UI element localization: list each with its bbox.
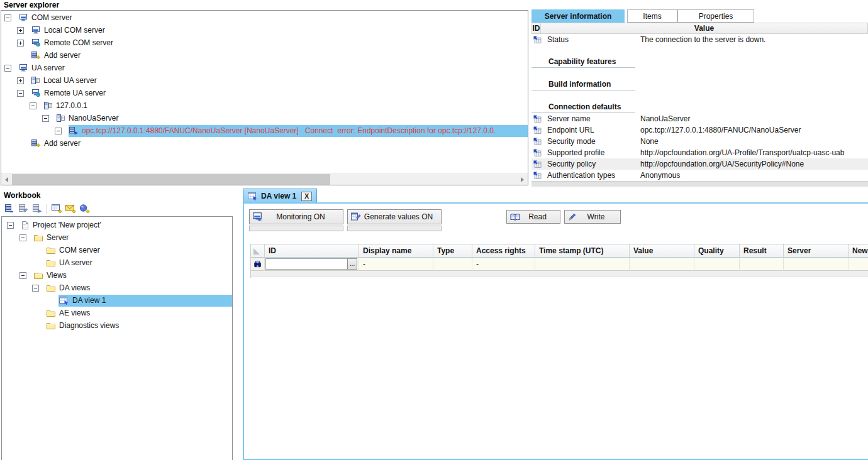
tree-item-com-server-folder[interactable]: COM server: [2, 244, 232, 256]
collapse-icon[interactable]: [19, 272, 26, 279]
read-button[interactable]: Read: [506, 210, 560, 224]
section-connection-defaults: Connection defaults: [531, 102, 868, 113]
tree-item-remote-ua-server[interactable]: Remote UA server: [1, 87, 528, 99]
tree-item-host-127-0-0-1[interactable]: 127.0.0.1: [1, 99, 528, 112]
tab-items[interactable]: Items: [627, 9, 677, 23]
tree-item-remote-com-server[interactable]: Remote COM server: [1, 36, 528, 49]
info-row-server-name[interactable]: Server name NanoUaServer: [531, 113, 868, 124]
tree-item-endpoint-selected[interactable]: opc.tcp://127.0.0.1:4880/FANUC/NanoUaSer…: [1, 124, 528, 137]
collapse-icon[interactable]: [30, 102, 36, 109]
tab-da-view-1[interactable]: DA view 1 X: [243, 189, 317, 203]
row-header-cell[interactable]: [251, 258, 265, 271]
scroll-left-icon[interactable]: [1, 174, 12, 185]
tree-item-add-com-server[interactable]: Add server: [1, 49, 528, 62]
workbook-tree: Project 'New project' Server COM server …: [1, 216, 233, 460]
expand-icon[interactable]: [17, 77, 24, 84]
value-cell[interactable]: [630, 258, 694, 271]
tree-item-local-ua-server[interactable]: Local UA server: [1, 74, 528, 87]
access-rights-cell[interactable]: -: [472, 258, 535, 271]
remove-server-icon[interactable]: [3, 202, 16, 215]
info-row-endpoint-url[interactable]: Endpoint URL opc.tcp://127.0.0.1:4880/FA…: [531, 124, 868, 136]
tree-item-da-views-folder[interactable]: DA views: [2, 282, 232, 294]
tree-item-nanouaserver[interactable]: NanoUaServer: [1, 112, 528, 124]
column-header-new-value[interactable]: New: [849, 244, 868, 258]
column-header-value[interactable]: Value: [541, 23, 868, 34]
monitoring-icon: [253, 212, 264, 221]
info-row-status[interactable]: Status The connection to the server is d…: [531, 34, 868, 45]
tree-item-ua-server[interactable]: UA server: [1, 62, 528, 74]
server-tower-icon: [57, 114, 65, 122]
result-cell[interactable]: [740, 258, 784, 271]
table-arrow-icon: [533, 172, 542, 179]
generate-values-icon: [351, 212, 361, 221]
column-header-quality[interactable]: Quality: [694, 244, 740, 258]
scrollbar-track[interactable]: [12, 174, 517, 185]
tab-server-information[interactable]: Server information: [531, 9, 625, 23]
add-da-view-icon[interactable]: [50, 202, 64, 215]
display-name-cell[interactable]: -: [359, 258, 433, 271]
add-ae-view-icon[interactable]: [64, 202, 77, 215]
info-row-security-policy[interactable]: Security policy http://opcfoundation.org…: [531, 158, 868, 170]
generate-values-toggle-button[interactable]: Generate values ON: [347, 209, 442, 224]
info-row-authentication-types[interactable]: Authentication types Anonymous: [531, 170, 868, 181]
expand-icon[interactable]: [17, 27, 24, 34]
quality-cell[interactable]: [694, 258, 740, 271]
collapse-icon[interactable]: [19, 234, 26, 241]
tree-item-da-view-1[interactable]: DA view 1: [2, 294, 232, 307]
new-value-cell[interactable]: [849, 258, 868, 271]
column-header-result[interactable]: Result: [740, 244, 784, 258]
column-header-display-name[interactable]: Display name: [359, 244, 433, 258]
spacer-row: [531, 68, 868, 79]
column-header-id[interactable]: ID: [265, 244, 359, 258]
server-explorer-title: Server explorer: [4, 1, 59, 9]
grid-corner-cell[interactable]: [251, 244, 265, 258]
write-button[interactable]: Write: [564, 210, 621, 224]
tree-item-ae-views-folder[interactable]: AE views: [2, 307, 232, 319]
browse-items-button[interactable]: ...: [347, 258, 357, 270]
tree-item-local-com-server[interactable]: Local COM server: [1, 24, 528, 36]
tree-item-ua-server-folder[interactable]: UA server: [2, 256, 232, 269]
tree-item-com-server[interactable]: COM server: [1, 11, 528, 24]
column-header-id[interactable]: ID: [531, 23, 541, 34]
edit-server-icon[interactable]: [16, 202, 30, 215]
collapse-icon[interactable]: [4, 14, 11, 21]
column-header-server[interactable]: Server: [784, 244, 849, 258]
server-cell[interactable]: [784, 258, 849, 271]
item-id-cell[interactable]: ...: [265, 258, 359, 271]
tree-item-project[interactable]: Project 'New project': [2, 219, 232, 231]
column-header-value[interactable]: Value: [630, 244, 694, 258]
expand-icon[interactable]: [17, 40, 24, 47]
collapse-icon[interactable]: [42, 115, 49, 122]
generate-progress-strip: [347, 226, 442, 231]
info-row-supported-profile[interactable]: Supported profile http://opcfoundation.o…: [531, 147, 868, 158]
tree-item-add-ua-server[interactable]: Add server: [1, 137, 528, 150]
collapse-icon[interactable]: [17, 90, 24, 97]
scroll-right-icon[interactable]: [517, 174, 528, 185]
add-diagnostics-view-icon[interactable]: [77, 202, 91, 215]
tree-item-diagnostics-views-folder[interactable]: Diagnostics views: [2, 319, 232, 332]
tab-properties[interactable]: Properties: [677, 9, 754, 23]
column-header-access-rights[interactable]: Access rights: [472, 244, 535, 258]
connect-server-icon[interactable]: [30, 202, 44, 215]
item-id-input[interactable]: [265, 258, 350, 270]
collapse-icon[interactable]: [55, 128, 62, 134]
folder-icon: [47, 285, 55, 292]
da-view-panel: Monitoring ON Generate values ON Read Wr…: [243, 202, 868, 460]
server-explorer-hscrollbar[interactable]: [1, 173, 528, 185]
monitoring-toggle-button[interactable]: Monitoring ON: [249, 209, 343, 224]
folder-icon: [47, 322, 55, 329]
type-cell[interactable]: [433, 258, 472, 271]
column-header-type[interactable]: Type: [433, 244, 472, 258]
collapse-icon[interactable]: [4, 65, 11, 72]
scrollbar-thumb[interactable]: [12, 174, 330, 185]
tree-item-views-folder[interactable]: Views: [2, 269, 232, 282]
close-tab-button[interactable]: X: [301, 192, 312, 201]
server-info-hscrollbar[interactable]: [531, 181, 868, 187]
column-header-time-stamp[interactable]: Time stamp (UTC): [535, 244, 630, 258]
time-stamp-cell[interactable]: [535, 258, 630, 271]
computer-icon: [19, 14, 28, 21]
collapse-icon[interactable]: [32, 285, 39, 292]
collapse-icon[interactable]: [7, 222, 14, 229]
tree-item-server-folder[interactable]: Server: [2, 231, 232, 244]
info-row-security-mode[interactable]: Security mode None: [531, 136, 868, 147]
